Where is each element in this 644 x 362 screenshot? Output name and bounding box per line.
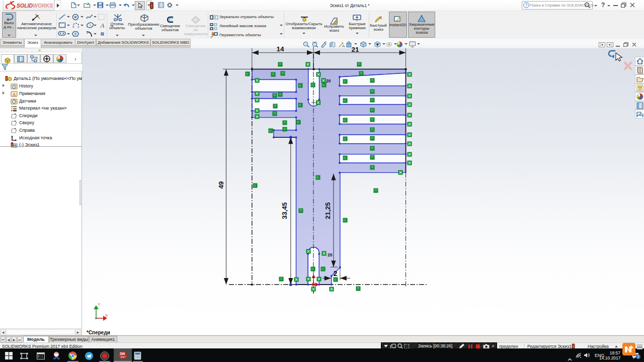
svg-text:F:\: F:\	[38, 355, 43, 358]
svg-text:2017: 2017	[121, 356, 126, 358]
svg-text:A: A	[13, 92, 16, 97]
svg-text:?: ?	[525, 3, 528, 8]
svg-text:ПБ: ПБ	[34, 56, 38, 59]
svg-text:A: A	[342, 44, 345, 48]
svg-text:SW: SW	[120, 352, 125, 355]
